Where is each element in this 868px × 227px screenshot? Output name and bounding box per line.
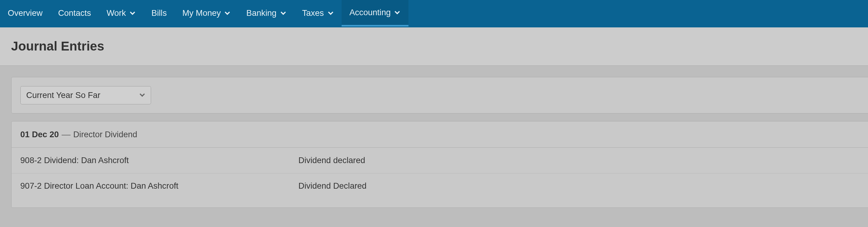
row-account: 908-2 Dividend: Dan Ashcroft: [20, 155, 299, 165]
period-select-wrapper: Current Year So Far: [20, 86, 151, 104]
row-description: Dividend Declared: [299, 181, 868, 191]
nav-label: My Money: [182, 8, 221, 18]
nav-taxes[interactable]: Taxes: [294, 0, 342, 26]
chevron-down-icon: [224, 10, 231, 17]
row-description: Dividend declared: [299, 155, 868, 165]
nav-my-money[interactable]: My Money: [175, 0, 239, 26]
nav-overview[interactable]: Overview: [0, 0, 51, 26]
table-row: 908-2 Dividend: Dan Ashcroft Dividend de…: [11, 148, 868, 173]
nav-label: Work: [107, 8, 126, 18]
nav-left-group: Overview Contacts Work Bills My Money Ba…: [0, 0, 408, 26]
nav-label: Overview: [8, 8, 42, 18]
top-nav: Overview Contacts Work Bills My Money Ba…: [0, 0, 868, 27]
table-row: 907-2 Director Loan Account: Dan Ashcrof…: [11, 173, 868, 208]
page-title: Journal Entries: [11, 39, 104, 54]
period-select[interactable]: Current Year So Far: [20, 86, 151, 104]
page-header: Journal Entries Add New Journal Entries: [0, 27, 868, 66]
journal-entry-card: 01 Dec 20 — Director Dividend Debit Cred…: [11, 121, 868, 208]
nav-label: Banking: [246, 8, 277, 18]
nav-bills[interactable]: Bills: [144, 0, 175, 26]
nav-label: Contacts: [58, 8, 91, 18]
filter-card: Current Year So Far Current Accounting Y…: [11, 77, 868, 113]
entry-title: Director Dividend: [73, 130, 137, 139]
entry-date: 01 Dec 20: [20, 130, 59, 139]
chevron-down-icon: [280, 10, 287, 17]
content-area: Current Year So Far Current Accounting Y…: [0, 66, 868, 219]
chevron-down-icon: [394, 9, 401, 16]
nav-work[interactable]: Work: [99, 0, 144, 26]
nav-banking[interactable]: Banking: [239, 0, 294, 26]
chevron-down-icon: [129, 10, 136, 17]
entry-separator: —: [62, 129, 70, 140]
nav-accounting[interactable]: Accounting: [342, 0, 408, 26]
nav-label: Bills: [151, 8, 166, 18]
chevron-down-icon: [327, 10, 334, 17]
nav-label: Accounting: [349, 8, 391, 17]
nav-contacts[interactable]: Contacts: [51, 0, 99, 26]
entry-header: 01 Dec 20 — Director Dividend Debit Cred…: [11, 121, 868, 148]
row-account: 907-2 Director Loan Account: Dan Ashcrof…: [20, 181, 299, 191]
nav-label: Taxes: [302, 8, 324, 18]
